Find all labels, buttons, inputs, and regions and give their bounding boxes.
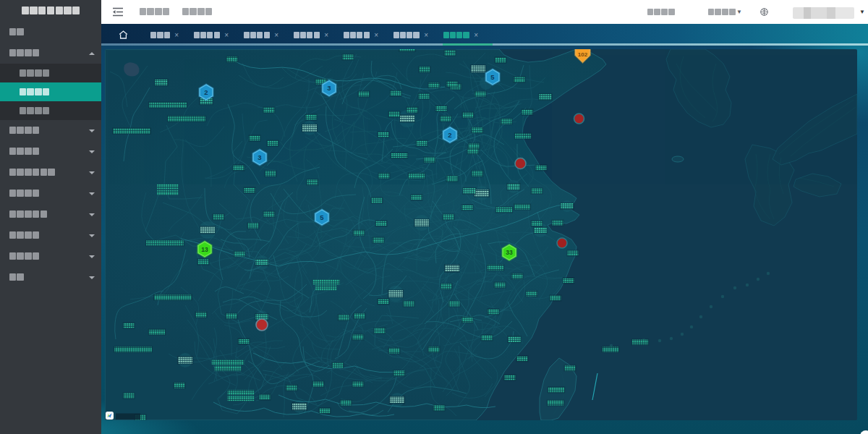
svg-text:3: 3 — [258, 153, 261, 161]
svg-text:3: 3 — [327, 84, 331, 92]
svg-text:33: 33 — [506, 249, 513, 256]
svg-text:13: 13 — [201, 246, 208, 253]
svg-text:2: 2 — [204, 88, 208, 96]
svg-text:5: 5 — [320, 213, 324, 221]
svg-text:5: 5 — [490, 73, 495, 81]
svg-text:2: 2 — [448, 131, 451, 139]
svg-text:102: 102 — [578, 51, 588, 58]
